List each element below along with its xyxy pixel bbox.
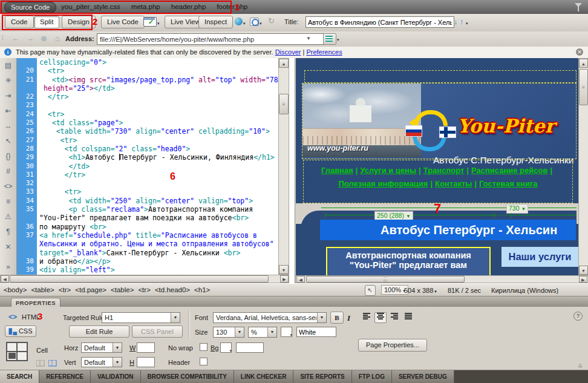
code-line[interactable]: </tr> [37,93,278,101]
design-services-box[interactable]: Наши услуги [501,247,578,267]
remove-comment-icon[interactable]: ✕ [0,240,16,255]
bg-color-input[interactable] [236,342,264,353]
design-empty-row[interactable] [304,70,577,83]
size-unit-select[interactable]: %▼ [248,327,277,338]
recent-snippets-icon[interactable]: » [0,260,16,275]
edit-rule-button[interactable]: Edit Rule [69,326,129,338]
tag-selector-item[interactable]: <td.head0> [155,286,190,293]
design-nav-link[interactable]: Транспорт [423,166,465,175]
tag-selector-item[interactable]: <tr> [138,286,150,293]
inspect-button[interactable]: Inspect [198,16,233,28]
tag-selector-item[interactable]: <table> [111,286,134,293]
css-panel-button[interactable]: CSS Panel [132,326,183,338]
select-tool-icon[interactable]: ↖ [365,285,376,296]
bottom-tab-ftp-log[interactable]: FTP LOG [352,370,392,383]
code-line[interactable] [37,179,278,188]
code-hscroll-thumb[interactable] [10,275,269,283]
stop-icon[interactable]: ⊗ [41,34,47,43]
properties-panel-tab[interactable]: PROPERTIES [11,298,60,307]
code-line[interactable]: <tr> [37,67,278,75]
code-line[interactable]: <table width="730" align="center" cellpa… [37,127,278,136]
split-cell-icon[interactable] [48,360,57,368]
word-wrap-icon[interactable]: ≡ [0,194,16,209]
design-hscrollbar[interactable]: ◀ 𝄛 ▶ [295,275,588,283]
code-line[interactable]: "You-Piter" предлагает вам поездки на ав… [37,214,278,222]
highlight-invalid-code-icon[interactable]: <> [0,179,16,194]
design-vscrollbar[interactable]: ▲ ≡ ▼ [578,58,588,275]
code-line[interactable]: <div align="left"> [37,266,278,274]
code-line[interactable]: <p class="reclama">Автотранспортная комп… [37,205,278,214]
select-parent-tag-icon[interactable]: ↖ [0,134,16,149]
design-scroll-up-icon[interactable]: ▲ [579,59,588,68]
expand-all-icon[interactable]: ↔ [0,119,16,134]
page-properties-button[interactable]: Page Properties... [358,339,427,352]
text-color-input[interactable] [296,327,336,337]
code-line[interactable]: </td> [37,162,278,171]
code-line[interactable]: <td><img src="images/page_top.png" alt="… [37,76,278,84]
code-scroll-down-icon[interactable]: ▼ [279,265,289,274]
home-icon[interactable]: ⌂ [55,34,60,43]
validate-markup-icon[interactable] [250,18,259,26]
tag-selector[interactable]: <body><table><tr><td.page><table><tr><td… [4,286,214,293]
size-select[interactable]: 130▼ [213,327,244,338]
code-line[interactable]: height="25"></td> [37,84,278,93]
code-scroll-right-icon[interactable]: ▶ [280,275,289,283]
refresh-design-view-icon[interactable]: ↻ [268,16,275,25]
design-view[interactable]: www.you-piter.ru You-Piter Автобус С.Пет… [296,58,578,275]
align-right-icon[interactable] [388,312,400,323]
italic-button[interactable]: I [347,313,350,323]
forward-icon[interactable]: → [26,34,34,43]
design-banner[interactable]: www.you-piter.ru You-Piter Автобус С.Пет… [302,83,577,159]
css-mode-button[interactable]: ▊▄ CSS [5,326,36,337]
targeted-rule-select[interactable]: H1▼ [102,312,180,323]
code-line[interactable]: <td class="page"> [37,119,278,127]
help-icon[interactable]: ? [573,312,583,321]
collapse-full-tag-icon[interactable]: ⇥ [0,88,16,103]
design-nav-link[interactable]: Услуги и цены [360,166,416,175]
design-nav-link[interactable]: Расписание рейсов [471,166,547,175]
merge-cells-icon[interactable] [36,360,45,368]
code-line[interactable]: <td width="250" align="center" valign="t… [37,197,278,205]
line-numbers-icon[interactable]: # [0,164,16,179]
align-center-icon[interactable] [374,312,387,323]
bottom-tab-site-reports[interactable]: SITE REPORTS [293,370,351,383]
text-color-well[interactable] [281,327,292,337]
collapse-selection-icon[interactable]: ⇤ [0,103,16,119]
open-documents-icon[interactable]: ▤ [0,58,16,73]
discover-link[interactable]: Discover [275,48,301,56]
bottom-tab-search[interactable]: SEARCH [0,370,39,383]
font-select[interactable]: Verdana, Arial, Helvetica, sans-serif▼ [213,312,327,323]
tag-selector-item[interactable]: <h1> [194,286,210,293]
design-hscroll-thumb[interactable]: 𝄛 [306,276,465,283]
table-width-menu-730[interactable]: 730 ▼ [506,204,528,214]
design-page-title[interactable]: Автобус Петербург - Хельсин [320,220,576,240]
close-info-bar-icon[interactable]: ✕ [576,48,583,56]
code-hscrollbar[interactable]: ◀ ▶ [0,275,289,283]
code-scroll-left-icon[interactable]: ◀ [1,275,9,283]
syntax-error-alerts-icon[interactable]: ⚠ [0,209,16,224]
check-browser-compatibility-icon[interactable]: ✓ [143,17,157,27]
collapse-panel-icon[interactable]: △ [578,362,582,368]
address-input[interactable] [97,33,327,45]
tag-selector-item[interactable]: <td.page> [75,286,106,293]
filter-icon[interactable] [575,3,582,7]
get-file-icon[interactable]: ↓ [454,17,458,26]
code-line[interactable]: и обратно</a></p> [37,257,278,266]
code-line[interactable]: Хельсинки и обратно. Цены и места отправ… [37,240,278,248]
code-line[interactable] [37,101,278,110]
code-line[interactable]: </tr> [37,171,278,179]
code-line[interactable]: <h1>Автобус Петербург - Хельсинки, Финля… [37,153,278,162]
put-file-icon[interactable]: ↑ [460,17,464,26]
live-code-button[interactable]: Live Code [101,16,145,28]
code-line[interactable]: target="_blank">Санкт-Петербург - Хельси… [37,249,278,257]
check-page-dropdown-icon[interactable]: ▾ [157,21,160,26]
preview-in-browser-icon[interactable] [235,18,243,25]
code-line[interactable]: <td colspan="2" class="head0"> [37,145,278,153]
tag-selector-item[interactable]: <tr> [59,286,71,293]
code-line[interactable]: cellspacing="0"> [37,58,278,67]
tag-selector-item[interactable]: <body> [4,286,27,293]
tag-selector-item[interactable]: <table> [31,286,54,293]
design-nav-link[interactable]: Полезная информация [338,179,428,188]
address-dropdown-icon[interactable]: ▼ [306,36,311,41]
bottom-tab-server-debug[interactable]: SERVER DEBUG [392,370,454,383]
